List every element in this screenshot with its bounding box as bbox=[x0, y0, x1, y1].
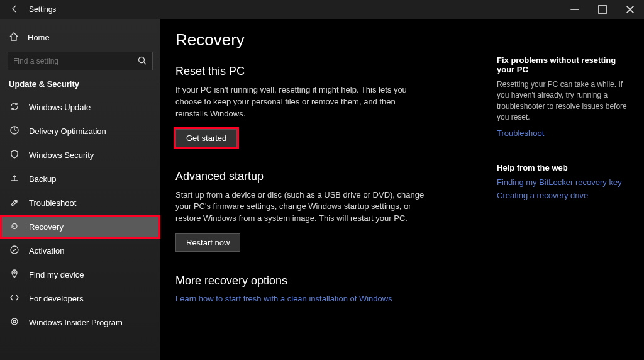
fix-problems-desc: Resetting your PC can take a while. If y… bbox=[497, 79, 629, 123]
restart-now-button[interactable]: Restart now bbox=[175, 233, 240, 252]
sidebar-item-backup[interactable]: Backup bbox=[0, 167, 160, 191]
more-recovery-section: More recovery options Learn how to start… bbox=[175, 274, 490, 303]
fix-problems-title: Fix problems without resetting your PC bbox=[497, 55, 629, 74]
sidebar-item-label: Windows Security bbox=[29, 150, 94, 160]
sidebar-item-label: Backup bbox=[29, 174, 56, 184]
back-button[interactable] bbox=[5, 4, 24, 16]
sidebar-item-label: For developers bbox=[29, 294, 84, 303]
reset-pc-title: Reset this PC bbox=[175, 65, 490, 78]
sidebar-item-label: Windows Insider Program bbox=[29, 318, 123, 327]
close-icon bbox=[625, 4, 635, 14]
bitlocker-link[interactable]: Finding my BitLocker recovery key bbox=[497, 177, 629, 187]
sidebar-item-label: Troubleshoot bbox=[29, 198, 76, 208]
insider-icon bbox=[9, 317, 20, 329]
svg-point-3 bbox=[14, 271, 16, 273]
fix-problems-section: Fix problems without resetting your PC R… bbox=[497, 55, 629, 138]
advanced-startup-section: Advanced startup Start up from a device … bbox=[175, 170, 490, 252]
sidebar-nav-list: Windows Update Delivery Optimization Win… bbox=[0, 95, 160, 334]
arrow-left-icon bbox=[9, 4, 19, 14]
svg-point-4 bbox=[11, 318, 18, 325]
sidebar-item-home[interactable]: Home bbox=[0, 25, 160, 49]
page-title: Recovery bbox=[175, 30, 490, 50]
sidebar-item-delivery-optimization[interactable]: Delivery Optimization bbox=[0, 119, 160, 143]
close-button[interactable] bbox=[616, 0, 644, 19]
search-input[interactable] bbox=[13, 57, 127, 65]
sidebar-item-label: Windows Update bbox=[29, 103, 91, 112]
svg-point-2 bbox=[11, 246, 18, 254]
maximize-icon bbox=[597, 4, 608, 14]
sidebar-item-windows-security[interactable]: Windows Security bbox=[0, 143, 160, 167]
main-panel: Recovery Reset this PC If your PC isn't … bbox=[160, 19, 644, 360]
sidebar-item-activation[interactable]: Activation bbox=[0, 239, 160, 262]
sidebar-item-label: Activation bbox=[29, 246, 64, 256]
minimize-button[interactable] bbox=[561, 0, 589, 19]
home-icon bbox=[9, 31, 19, 43]
developers-icon bbox=[9, 293, 20, 305]
sidebar-item-recovery[interactable]: Recovery bbox=[0, 215, 160, 239]
delivery-icon bbox=[9, 125, 20, 137]
sidebar-item-for-developers[interactable]: For developers bbox=[0, 286, 160, 310]
advanced-startup-title: Advanced startup bbox=[175, 170, 490, 183]
sidebar-item-label: Find my device bbox=[29, 270, 84, 279]
advanced-startup-desc: Start up from a device or disc (such as … bbox=[175, 189, 427, 225]
location-icon bbox=[9, 269, 20, 281]
sidebar-item-troubleshoot[interactable]: Troubleshoot bbox=[0, 191, 160, 215]
sync-icon bbox=[9, 101, 20, 113]
sidebar-item-label: Recovery bbox=[29, 222, 64, 232]
search-icon bbox=[137, 55, 147, 67]
sidebar-item-find-my-device[interactable]: Find my device bbox=[0, 262, 160, 286]
get-started-button[interactable]: Get started bbox=[175, 129, 237, 147]
svg-point-1 bbox=[139, 57, 145, 62]
help-from-web-section: Help from the web Finding my BitLocker r… bbox=[497, 163, 629, 200]
search-box[interactable] bbox=[8, 52, 153, 70]
reset-pc-desc: If your PC isn't running well, resetting… bbox=[175, 84, 427, 120]
start-fresh-link[interactable]: Learn how to start fresh with a clean in… bbox=[175, 294, 490, 303]
sidebar-category-label: Update & Security bbox=[0, 77, 160, 95]
window-title: Settings bbox=[29, 5, 56, 14]
maximize-button[interactable] bbox=[589, 0, 616, 19]
svg-rect-0 bbox=[599, 6, 606, 13]
minimize-icon bbox=[570, 4, 580, 14]
sidebar: Home Update & Security Windows Update De… bbox=[0, 19, 160, 360]
wrench-icon bbox=[9, 197, 20, 209]
reset-pc-section: Reset this PC If your PC isn't running w… bbox=[175, 65, 490, 147]
sidebar-item-label: Delivery Optimization bbox=[29, 127, 106, 136]
sidebar-home-label: Home bbox=[28, 33, 50, 42]
sidebar-item-windows-update[interactable]: Windows Update bbox=[0, 95, 160, 119]
sidebar-item-windows-insider-program[interactable]: Windows Insider Program bbox=[0, 310, 160, 334]
titlebar: Settings bbox=[0, 0, 644, 19]
shield-icon bbox=[9, 149, 20, 161]
recovery-icon bbox=[9, 221, 20, 233]
check-circle-icon bbox=[9, 245, 20, 257]
right-panel: Fix problems without resetting your PC R… bbox=[497, 30, 629, 360]
more-recovery-title: More recovery options bbox=[175, 274, 490, 288]
recovery-drive-link[interactable]: Creating a recovery drive bbox=[497, 191, 629, 200]
svg-point-5 bbox=[13, 320, 16, 323]
help-from-web-title: Help from the web bbox=[497, 163, 629, 172]
troubleshoot-link[interactable]: Troubleshoot bbox=[497, 128, 629, 138]
backup-icon bbox=[9, 173, 20, 185]
